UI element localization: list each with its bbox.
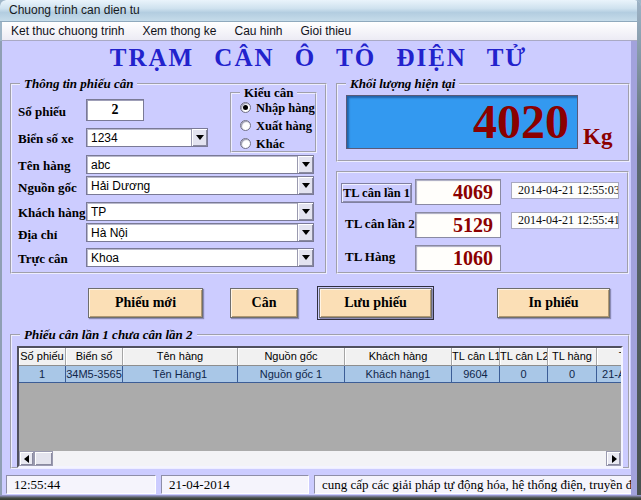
- status-message: cung cấp các giải pháp tự động hóa, hệ t…: [314, 475, 636, 494]
- khach-hang-value: TP: [91, 205, 106, 219]
- nguon-goc-label: Nguồn gốc: [18, 180, 77, 196]
- cell-nguon-goc: Nguồn gốc 1: [238, 366, 345, 382]
- cell-ten-hang: Tên Hàng1: [123, 366, 238, 382]
- truc-can-combobox[interactable]: Khoa: [86, 248, 314, 267]
- ten-hang-dropdown-button[interactable]: [297, 156, 313, 173]
- dia-chi-dropdown-button[interactable]: [297, 224, 313, 241]
- app-window: Chuong trinh can dien tu Ket thuc chuong…: [0, 0, 641, 500]
- radio-nhap-hang[interactable]: [240, 102, 251, 113]
- radio-nhap-hang-label: Nhập hàng: [256, 101, 315, 116]
- dia-chi-value: Hà Nội: [91, 226, 128, 240]
- cell-tl-can-l1: 9604: [452, 366, 500, 382]
- table-empty-area: [19, 383, 621, 451]
- chevron-down-icon: [302, 162, 310, 167]
- menu-item-gioi-thieu[interactable]: Gioi thieu: [292, 22, 361, 41]
- dia-chi-label: Địa chỉ: [18, 227, 57, 243]
- truc-can-label: Trực cân: [18, 251, 68, 267]
- groupbox-pending-tickets-title: Phiếu cân lần 1 chưa cân lần 2: [20, 327, 197, 343]
- menu-item-cau-hinh[interactable]: Cau hinh: [225, 22, 291, 41]
- radio-khac-label: Khác: [256, 137, 284, 152]
- tl-can-lan-2-label: TL cân lần 2: [345, 216, 415, 232]
- radio-xuat-hang[interactable]: [240, 120, 251, 131]
- chevron-down-icon: [302, 183, 310, 188]
- bien-so-xe-value: 1234: [91, 131, 118, 145]
- weight-display: 4020: [346, 95, 578, 149]
- khach-hang-dropdown-button[interactable]: [297, 203, 313, 220]
- nguon-goc-value: Hải Dương: [91, 179, 150, 193]
- tl-hang-label: TL Hàng: [345, 249, 395, 265]
- column-header-khach-hang[interactable]: Khách hàng: [345, 348, 452, 366]
- nguon-goc-combobox[interactable]: Hải Dương: [86, 176, 314, 195]
- window-bottom-edge: [0, 495, 641, 500]
- khach-hang-combobox[interactable]: TP: [86, 202, 314, 221]
- table-header-row: Số phiếu Biển số Tên hàng Nguồn gốc Khác…: [19, 348, 621, 366]
- tl-can-lan-1-button[interactable]: TL cân lần 1: [341, 183, 412, 203]
- status-bar: 12:55:44 21-04-2014 cung cấp các giải ph…: [2, 474, 637, 495]
- column-header-tg[interactable]: TG: [597, 348, 621, 366]
- luu-phieu-button[interactable]: Lưu phiếu: [319, 288, 432, 318]
- so-phieu-label: Số phiếu: [18, 104, 66, 120]
- menu-item-xem-thong-ke[interactable]: Xem thong ke: [133, 22, 225, 41]
- tl-can-lan-1-time: 2014-04-21 12:55:03: [511, 182, 619, 199]
- column-header-ten-hang[interactable]: Tên hàng: [123, 348, 238, 366]
- cell-so-phieu: 1: [19, 366, 66, 382]
- table-row[interactable]: 1 34M5-3565 Tên Hàng1 Nguồn gốc 1 Khách …: [19, 366, 621, 383]
- in-phieu-button[interactable]: In phiếu: [497, 288, 610, 318]
- radio-xuat-hang-label: Xuất hàng: [256, 119, 312, 134]
- column-header-nguon-goc[interactable]: Nguồn gốc: [238, 348, 345, 366]
- tl-can-lan-2-value[interactable]: 5129: [415, 212, 501, 238]
- weight-value: 4020: [347, 96, 577, 148]
- column-header-tl-can-l1[interactable]: TL cân L1: [452, 348, 500, 366]
- khach-hang-label: Khách hàng: [18, 205, 86, 221]
- truc-can-dropdown-button[interactable]: [297, 249, 313, 266]
- ten-hang-label: Tên hàng: [18, 158, 70, 174]
- cell-tl-hang: 0: [548, 366, 597, 382]
- column-header-so-phieu[interactable]: Số phiếu: [19, 348, 66, 366]
- phieu-moi-button[interactable]: Phiếu mới: [88, 288, 203, 318]
- scrollbar-thumb[interactable]: [34, 451, 53, 466]
- groupbox-ticket-info-title: Thông tin phiếu cân: [20, 76, 137, 92]
- menu-item-ket-thuc[interactable]: Ket thuc chuong trinh: [2, 22, 133, 41]
- cell-bien-so: 34M5-3565: [66, 366, 123, 382]
- so-phieu-input[interactable]: 2: [86, 99, 144, 121]
- horizontal-scrollbar[interactable]: [19, 451, 621, 466]
- chevron-down-icon: [196, 135, 204, 140]
- title-bar[interactable]: Chuong trinh can dien tu: [0, 0, 641, 22]
- can-button[interactable]: Cân: [230, 288, 298, 318]
- cell-khach-hang: Khách hàng1: [345, 366, 452, 382]
- bien-so-xe-label: Biển số xe: [18, 131, 74, 147]
- scroll-left-button[interactable]: [19, 451, 34, 466]
- tl-can-lan-2-time: 2014-04-21 12:55:41: [511, 212, 619, 229]
- tl-hang-value[interactable]: 1060: [415, 245, 501, 271]
- chevron-down-icon: [302, 209, 310, 214]
- column-header-bien-so[interactable]: Biển số: [66, 348, 123, 366]
- window-right-edge: [637, 0, 641, 500]
- column-header-tl-can-l2[interactable]: TL cân L2: [500, 348, 548, 366]
- bien-so-xe-dropdown-button[interactable]: [191, 129, 207, 146]
- cell-tg: 21-Apr-14: [597, 366, 621, 382]
- column-header-tl-hang[interactable]: TL hàng: [548, 348, 597, 366]
- chevron-down-icon: [302, 230, 310, 235]
- window-title: Chuong trinh can dien tu: [9, 3, 140, 17]
- weight-unit: Kg: [583, 124, 612, 150]
- dia-chi-combobox[interactable]: Hà Nội: [86, 223, 314, 242]
- ten-hang-value: abc: [91, 158, 110, 172]
- cell-tl-can-l2: 0: [500, 366, 548, 382]
- radio-khac[interactable]: [240, 138, 251, 149]
- status-time: 12:55:44: [6, 475, 156, 494]
- menu-bar: Ket thuc chuong trinh Xem thong ke Cau h…: [2, 22, 639, 41]
- nguon-goc-dropdown-button[interactable]: [297, 177, 313, 194]
- tl-can-lan-1-value[interactable]: 4069: [415, 179, 501, 205]
- pending-tickets-table: Số phiếu Biển số Tên hàng Nguồn gốc Khác…: [17, 346, 623, 468]
- page-title: TRẠM CÂN Ô TÔ ĐIỆN TỬ: [0, 44, 637, 72]
- window-left-edge: [0, 41, 2, 500]
- truc-can-value: Khoa: [91, 251, 119, 265]
- ten-hang-combobox[interactable]: abc: [86, 155, 314, 174]
- arrow-right-icon: [612, 455, 617, 463]
- bien-so-xe-combobox[interactable]: 1234: [86, 128, 208, 147]
- scroll-right-button[interactable]: [606, 451, 621, 466]
- groupbox-current-weight-title: Khối lượng hiện tại: [346, 76, 459, 92]
- chevron-down-icon: [302, 255, 310, 260]
- status-date: 21-04-2014: [161, 475, 309, 494]
- arrow-left-icon: [24, 455, 29, 463]
